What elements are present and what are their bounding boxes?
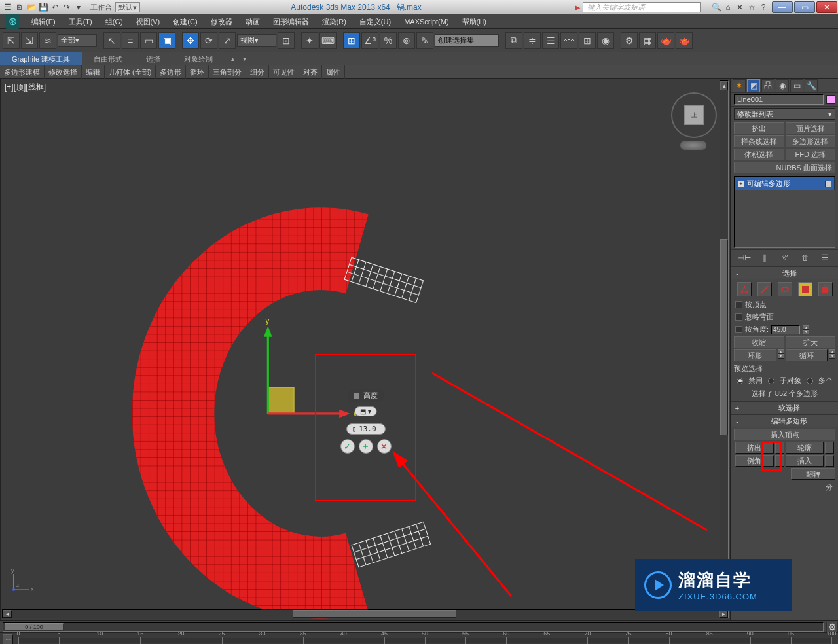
render-frame-icon[interactable]: ▦: [639, 32, 656, 49]
rollout-soft-header[interactable]: +软选择: [731, 402, 838, 414]
menu-render[interactable]: 渲染(R): [316, 14, 353, 29]
subtab-subdiv[interactable]: 细分: [246, 65, 269, 79]
v-scroll-thumb[interactable]: [720, 239, 728, 435]
caddy-ok-button[interactable]: ✓: [340, 439, 355, 454]
angle-spinner[interactable]: 45.0: [771, 325, 800, 334]
workspace-dropdown[interactable]: 默认 ▾: [115, 2, 140, 12]
caddy-title[interactable]: 高度: [348, 389, 384, 402]
save-icon[interactable]: 💾: [38, 2, 48, 12]
schematic-view-icon[interactable]: ⊞: [579, 32, 596, 49]
subtab-props[interactable]: 属性: [322, 65, 345, 79]
caddy-value-input[interactable]: ▯ 13.0: [346, 423, 386, 435]
mini-curve-editor-icon[interactable]: 〰: [3, 634, 13, 644]
subobj-border-icon[interactable]: [778, 282, 792, 296]
search-icon[interactable]: 🔍: [711, 2, 721, 12]
btn-bevel[interactable]: 倒角: [735, 455, 774, 467]
reference-coord-dropdown[interactable]: 视图 ▾: [237, 34, 276, 47]
menu-modifiers[interactable]: 修改器: [204, 14, 239, 29]
unlink-icon[interactable]: ⇲: [21, 32, 38, 49]
time-handle[interactable]: 0 / 100: [5, 623, 64, 631]
select-manipulate-icon[interactable]: ✦: [301, 32, 318, 49]
btn-ffd-select[interactable]: FFD 选择: [786, 149, 836, 160]
minimize-button[interactable]: —: [772, 1, 793, 13]
align-icon[interactable]: ≑: [524, 32, 541, 49]
btn-flip[interactable]: 翻转: [791, 468, 836, 480]
rollout-editpoly-header[interactable]: -编辑多边形: [731, 415, 838, 427]
material-editor-icon[interactable]: ◉: [597, 32, 614, 49]
move-icon[interactable]: ✥: [182, 32, 199, 49]
show-result-icon[interactable]: ∥: [759, 252, 771, 264]
viewport-h-scrollbar[interactable]: ◂ ▸: [2, 609, 729, 618]
radio-preview-sub[interactable]: [768, 378, 774, 384]
render-prod-icon[interactable]: 🫖: [657, 32, 674, 49]
btn-extrude[interactable]: 挤出: [734, 122, 784, 134]
percent-snap-icon[interactable]: %: [380, 32, 397, 49]
remove-mod-icon[interactable]: 🗑: [799, 252, 811, 264]
time-slider[interactable]: 0 / 100: [3, 622, 824, 632]
menu-create[interactable]: 创建(C): [166, 14, 204, 29]
subtab-visibility[interactable]: 可见性: [269, 65, 299, 79]
exchange-icon[interactable]: ✕: [735, 2, 745, 12]
menu-animation[interactable]: 动画: [239, 14, 266, 29]
ring-down[interactable]: ▾: [778, 354, 784, 359]
viewcube-face[interactable]: 上: [684, 105, 704, 125]
btn-inset-settings[interactable]: [825, 455, 834, 467]
btn-ring[interactable]: 环形: [734, 349, 776, 361]
viewport-v-scrollbar[interactable]: ▴ ▾: [720, 80, 729, 608]
scale-icon[interactable]: ⤢: [219, 32, 236, 49]
panel-display-icon[interactable]: ▭: [790, 79, 803, 92]
selection-filter-dropdown[interactable]: 全部 ▾: [58, 34, 97, 47]
stack-expand-icon[interactable]: +: [738, 181, 744, 187]
menu-graph[interactable]: 图形编辑器: [266, 14, 316, 29]
application-icon[interactable]: [5, 14, 20, 29]
infocenter-search[interactable]: 键入关键字或短语: [583, 2, 701, 12]
btn-edit-extrude-settings[interactable]: [775, 442, 784, 454]
ribbon-tab-selection[interactable]: 选择: [134, 52, 172, 65]
infocenter-arrow-icon[interactable]: ▶: [575, 3, 580, 12]
panel-motion-icon[interactable]: ◉: [776, 79, 789, 92]
viewcube[interactable]: 上: [671, 92, 717, 138]
help-icon[interactable]: ?: [758, 2, 769, 12]
btn-spline-select[interactable]: 样条线选择: [734, 135, 784, 147]
subscription-icon[interactable]: ⌂: [723, 2, 733, 12]
render-iter-icon[interactable]: 🫖: [676, 32, 693, 49]
new-icon[interactable]: 🗎: [14, 2, 25, 12]
caddy-apply-button[interactable]: ＋: [359, 439, 373, 454]
subobj-polygon-icon[interactable]: [798, 282, 812, 296]
select-link-icon[interactable]: ⇱: [3, 32, 20, 49]
subtab-geometry[interactable]: 几何体 (全部): [105, 65, 156, 79]
h-scroll-thumb[interactable]: [293, 610, 456, 618]
configure-sets-icon[interactable]: ☰: [820, 252, 831, 264]
menu-tools[interactable]: 工具(T): [62, 14, 99, 29]
btn-face-select[interactable]: 面片选择: [786, 122, 836, 134]
viewport[interactable]: [+][顶][线框]: [0, 79, 731, 620]
subobj-edge-icon[interactable]: [757, 282, 772, 296]
loop-down[interactable]: ▾: [829, 354, 835, 359]
select-region-icon[interactable]: ▭: [140, 32, 157, 49]
maximize-button[interactable]: ▭: [794, 1, 815, 13]
layers-icon[interactable]: ☰: [542, 32, 559, 49]
btn-volume-select[interactable]: 体积选择: [734, 149, 784, 160]
chk-by-angle[interactable]: [735, 326, 742, 333]
subtab-modify-sel[interactable]: 修改选择: [45, 65, 82, 79]
btn-shrink[interactable]: 收缩: [734, 336, 784, 348]
ring-up[interactable]: ▴: [778, 349, 784, 354]
ribbon-minimize-icon[interactable]: ▴: [227, 54, 238, 64]
pin-stack-icon[interactable]: ⊣⊢: [738, 252, 750, 264]
stack-toggle-icon[interactable]: [825, 181, 831, 187]
object-name-field[interactable]: Line001: [734, 94, 824, 105]
mirror-icon[interactable]: ⧉: [505, 32, 522, 49]
h-scroll-left[interactable]: ◂: [3, 610, 12, 618]
window-crossing-icon[interactable]: ▣: [158, 32, 175, 49]
undo-icon[interactable]: ↶: [50, 2, 60, 12]
angle-spin-up[interactable]: ▴: [803, 325, 809, 330]
subtab-align[interactable]: 对齐: [299, 65, 322, 79]
ribbon-tab-paint[interactable]: 对象绘制: [172, 52, 225, 65]
ribbon-tab-freeform[interactable]: 自由形式: [82, 52, 134, 65]
btn-outline-settings[interactable]: [825, 442, 834, 454]
btn-insert-vertex[interactable]: 插入顶点: [734, 429, 835, 440]
panel-hierarchy-icon[interactable]: 品: [761, 79, 774, 92]
select-by-name-icon[interactable]: ≡: [122, 32, 139, 49]
pivot-center-icon[interactable]: ⊡: [278, 32, 295, 49]
menu-view[interactable]: 视图(V): [130, 14, 167, 29]
